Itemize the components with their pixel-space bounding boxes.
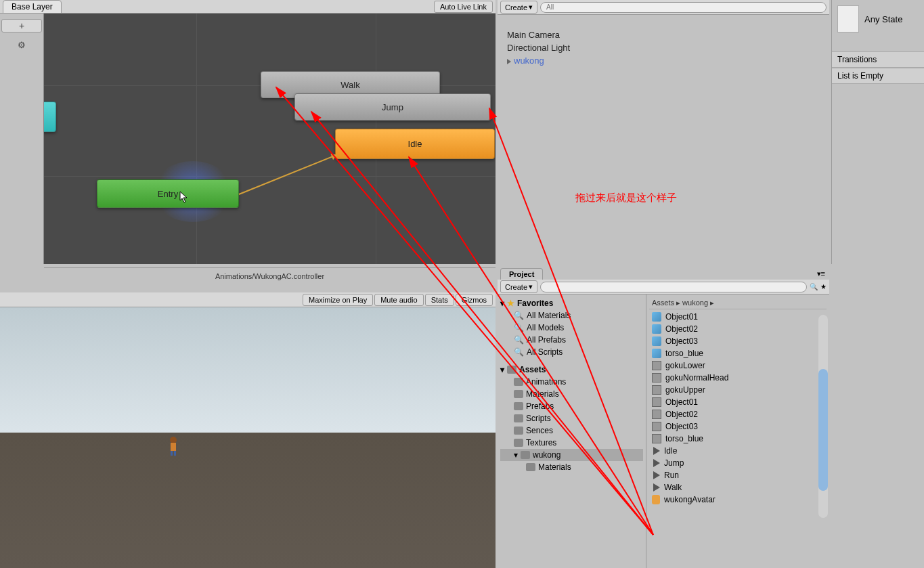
hierarchy-search-input[interactable] [540,2,827,13]
animator-status-bar: Animations/WukongAC.controller [44,267,496,284]
create-button[interactable]: Create ▾ [500,280,537,293]
assets-header[interactable]: ▾Assets [500,364,643,376]
asset-item[interactable]: Object03 [649,420,827,433]
partial-node[interactable] [44,102,56,132]
asset-item[interactable]: torso_blue [649,433,827,445]
favorite-item[interactable]: 🔍All Scripts [500,346,643,358]
asset-name: wukongAvatar [664,495,716,504]
folder-icon [514,402,523,410]
svg-rect-2 [171,451,173,456]
state-node-jump[interactable]: Jump [294,93,491,121]
asset-list[interactable]: Assets ▸ wukong ▸ Object01Object02Object… [646,294,829,568]
mesh-icon [652,373,661,383]
asset-name: Object01 [665,397,698,407]
asset-item[interactable]: Object03 [649,335,827,347]
add-layer-button[interactable]: + [1,19,42,32]
folder-icon [507,366,516,374]
asset-item[interactable]: torso_blue [649,347,827,359]
asset-name: Object03 [665,336,698,346]
folder-item[interactable]: Sences [500,424,643,437]
anim-icon [653,483,660,491]
breadcrumb-path[interactable]: Assets ▸ wukong ▸ [649,297,827,309]
favorites-header[interactable]: ▾★Favorites [500,297,643,309]
cube-icon [652,312,661,322]
asset-name: gokuUpper [665,385,705,395]
svg-point-0 [170,437,177,443]
gear-icon[interactable]: ⚙ [15,38,28,51]
folder-icon [514,427,523,435]
maximize-button[interactable]: Maximize on Play [303,294,373,306]
favorite-item[interactable]: 🔍All Models [500,322,643,334]
anim-icon [653,459,660,467]
asset-item[interactable]: Run [649,469,827,481]
folder-item[interactable]: Animations [500,376,643,388]
asset-item[interactable]: gokuLower [649,359,827,372]
save-search-icon[interactable]: ★ [820,283,827,290]
avatar-icon [652,495,660,504]
mute-button[interactable]: Mute audio [374,294,423,306]
asset-name: Run [664,471,679,480]
transitions-empty: List is Empty [832,68,924,84]
asset-item[interactable]: gokuUpper [649,384,827,396]
asset-item[interactable]: Object01 [649,396,827,408]
panel-menu-icon[interactable]: ▾≡ [816,268,827,280]
anim-icon [653,447,660,455]
stats-button[interactable]: Stats [425,294,454,306]
favorite-item[interactable]: 🔍All Materials [500,309,643,322]
folder-item-selected[interactable]: ▾wukong [500,449,643,461]
gizmos-button[interactable]: Gizmos [456,294,493,306]
layer-sidebar: + ⚙ [0,14,44,264]
asset-name: gokuNormalHead [665,373,728,383]
filter-icon[interactable]: 🔍 [810,283,818,290]
project-tab[interactable]: Project [500,268,543,280]
state-node-entry[interactable]: Entry [97,179,239,208]
hierarchy-item[interactable]: Main Camera [504,28,822,41]
folder-item[interactable]: Materials [500,461,643,473]
scrollbar[interactable] [818,315,828,518]
transition-entry-idle[interactable] [239,156,334,195]
game-toolbar: Maximize on Play Mute audio Stats Gizmos [0,292,496,307]
folder-item[interactable]: Textures [500,437,643,449]
project-tabs: Project ▾≡ [498,266,829,280]
folder-item[interactable]: Prefabs [500,400,643,412]
folder-item[interactable]: Scripts [500,412,643,424]
hierarchy-item[interactable]: Directional Light [504,41,822,54]
state-node-idle[interactable]: Idle [335,129,495,159]
asset-item[interactable]: wukongAvatar [649,494,827,506]
asset-item[interactable]: gokuNormalHead [649,372,827,384]
state-graph[interactable]: Walk Jump Idle Entry [44,14,496,264]
asset-item[interactable]: Idle [649,445,827,457]
asset-name: gokuLower [665,361,705,370]
hierarchy-item[interactable]: wukong [504,54,822,67]
asset-name: Idle [664,446,677,456]
auto-live-link-button[interactable]: Auto Live Link [434,1,493,13]
asset-item[interactable]: Object02 [649,408,827,420]
controller-path: Animations/WukongAC.controller [215,272,324,280]
favorite-item[interactable]: 🔍All Prefabs [500,334,643,346]
hierarchy-panel: Create ▾ Main Camera Directional Light w… [498,0,829,264]
folder-icon [514,414,523,422]
cube-icon [652,349,661,358]
create-button[interactable]: Create ▾ [500,1,537,14]
asset-name: torso_blue [665,349,703,358]
asset-item[interactable]: Walk [649,481,827,494]
game-render-view[interactable] [0,307,496,568]
asset-item[interactable]: Object02 [649,323,827,335]
breadcrumb-tab[interactable]: Base Layer [3,0,62,14]
cursor-icon [179,191,190,204]
mesh-icon [652,361,661,370]
asset-name: Walk [664,483,682,492]
cube-icon [652,324,661,334]
project-search-input[interactable] [540,282,807,292]
mesh-icon [652,422,661,431]
animator-toolbar: Base Layer Auto Live Link [0,0,496,14]
transitions-section: Transitions List is Empty [832,51,924,84]
hierarchy-list[interactable]: Main Camera Directional Light wukong [498,15,829,81]
asset-name: torso_blue [665,434,703,443]
asset-item[interactable]: Object01 [649,311,827,323]
folder-tree[interactable]: ▾★Favorites 🔍All Materials 🔍All Models 🔍… [498,294,646,568]
scrollbar-thumb[interactable] [818,369,828,491]
expand-icon[interactable] [507,59,511,64]
folder-item[interactable]: Materials [500,388,643,400]
asset-item[interactable]: Jump [649,457,827,469]
